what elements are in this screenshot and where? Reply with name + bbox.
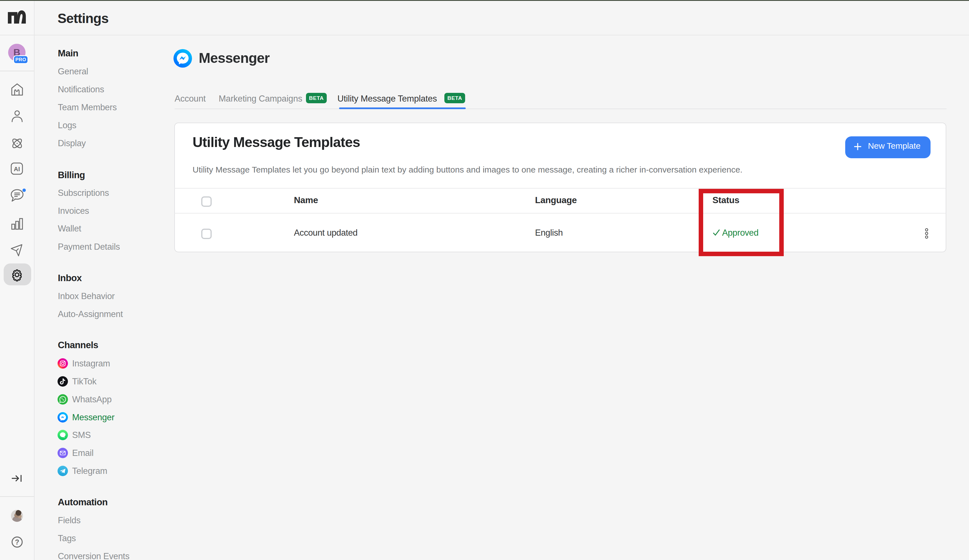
svg-text:AI: AI [14, 166, 20, 173]
svg-text:?: ? [15, 538, 19, 546]
